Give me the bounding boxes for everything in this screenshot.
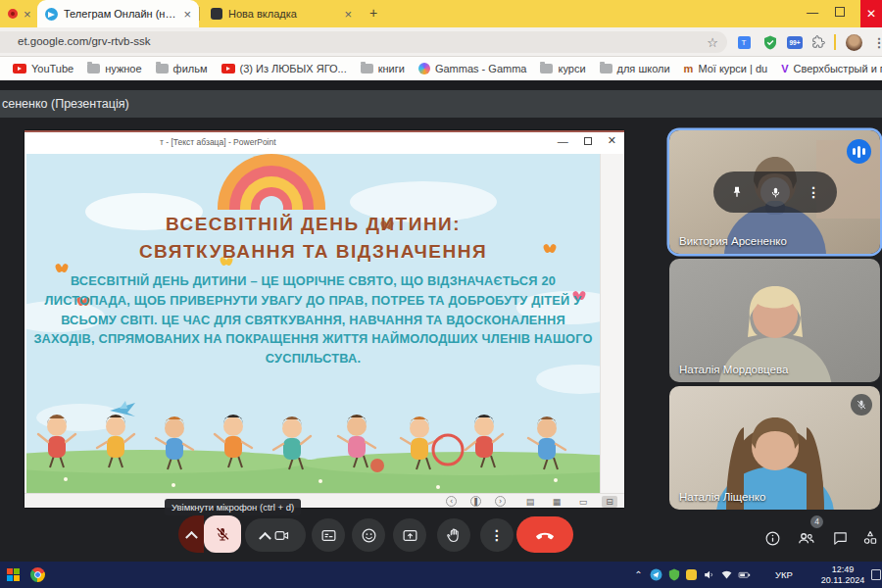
tray-expand-icon[interactable]: ⌃ bbox=[631, 567, 646, 582]
profile-avatar[interactable] bbox=[845, 33, 862, 51]
ppt-next-slide-icon[interactable]: › bbox=[495, 496, 506, 507]
participant-tile[interactable]: Наталія Ліщенко bbox=[669, 386, 880, 510]
bookmark-item[interactable]: нужное bbox=[82, 61, 146, 76]
mic-options-chevron[interactable] bbox=[178, 515, 204, 553]
meeting-info-button[interactable] bbox=[760, 526, 784, 550]
time-text: 12:49 bbox=[813, 564, 872, 575]
folder-icon bbox=[600, 64, 612, 74]
tray-shield-icon[interactable] bbox=[666, 567, 681, 582]
bookmark-item[interactable]: mМої курси | du bbox=[679, 61, 773, 76]
tray-telegram-icon[interactable] bbox=[649, 567, 663, 582]
window-maximize-button[interactable] bbox=[835, 7, 845, 17]
slide-title: ВСЕСВІТНІЙ ДЕНЬ ДИТИНИ: СВЯТКУВАННЯ ТА В… bbox=[26, 211, 600, 265]
folder-icon bbox=[540, 64, 553, 74]
activities-button[interactable] bbox=[858, 526, 882, 550]
reactions-button[interactable] bbox=[352, 518, 385, 552]
ppt-minimize-button[interactable]: — bbox=[558, 135, 568, 147]
ppt-normal-view-icon[interactable]: ▤ bbox=[522, 496, 538, 508]
slide-body-text: ВСЕСВІТНІЙ ДЕНЬ ДИТИНИ – ЦЕ ЩОРІЧНЕ СВЯТ… bbox=[30, 271, 597, 368]
people-button[interactable] bbox=[794, 526, 817, 550]
language-indicator[interactable]: УКР bbox=[775, 569, 793, 580]
date-text: 20.11.2024 bbox=[813, 575, 872, 586]
new-tab-button[interactable]: + bbox=[365, 5, 382, 23]
extensions-puzzle-icon[interactable] bbox=[809, 33, 827, 51]
chat-button[interactable] bbox=[828, 526, 852, 550]
extension-badge-icon[interactable]: 99+ bbox=[786, 33, 804, 51]
bookmark-item[interactable]: Gammas - Gamma bbox=[414, 61, 532, 76]
ppt-scroll-gutter[interactable] bbox=[600, 154, 624, 493]
chrome-taskbar-icon[interactable] bbox=[30, 567, 45, 582]
tile-menu-icon[interactable]: ⋮ bbox=[807, 184, 820, 200]
battery-icon[interactable] bbox=[737, 567, 752, 582]
raise-hand-button[interactable] bbox=[437, 518, 470, 552]
meet-top-strip bbox=[0, 80, 882, 90]
bookmark-item[interactable]: фильм bbox=[151, 61, 213, 76]
bookmark-item[interactable]: YouTube bbox=[8, 61, 78, 76]
ppt-maximize-button[interactable] bbox=[584, 137, 592, 145]
folder-icon bbox=[87, 64, 100, 74]
pin-icon[interactable] bbox=[729, 184, 745, 200]
powerpoint-accent-line bbox=[24, 130, 624, 132]
bookmark-star-icon[interactable]: ☆ bbox=[704, 33, 721, 51]
tray-app-icon[interactable] bbox=[684, 567, 699, 582]
tab-close-icon[interactable]: × bbox=[24, 8, 31, 21]
tab-close-icon[interactable]: × bbox=[183, 8, 191, 21]
youtube-icon bbox=[13, 64, 26, 74]
recording-favicon-icon bbox=[8, 9, 18, 19]
bookmarks-bar: YouTube нужное фильм (3) Из ЛЮБЫХ ЯГО...… bbox=[0, 57, 882, 80]
children-illustration bbox=[26, 399, 600, 493]
translate-icon[interactable]: Т bbox=[735, 33, 753, 51]
present-screen-button[interactable] bbox=[393, 518, 426, 552]
tab-label: Нова вкладка bbox=[228, 8, 338, 20]
window-minimize-button[interactable]: — bbox=[802, 6, 823, 20]
ppt-prev-slide-icon[interactable]: ‹ bbox=[446, 496, 457, 507]
presenter-label: сененко (Презентація) bbox=[2, 97, 129, 111]
taskbar-clock[interactable]: 12:49 20.11.2024 bbox=[813, 564, 872, 586]
bookmark-item[interactable]: курси bbox=[535, 61, 590, 76]
volume-icon[interactable] bbox=[702, 567, 716, 582]
ppt-slideshow-view-icon[interactable]: ⊟ bbox=[602, 496, 617, 508]
tab-telegram[interactable]: Телеграм Онлайн (неофициал × bbox=[37, 0, 199, 27]
camera-options-chevron[interactable] bbox=[259, 531, 271, 544]
tile-mic-icon[interactable] bbox=[760, 177, 790, 207]
tab-new-page[interactable]: Нова вкладка × bbox=[203, 0, 360, 27]
browser-menu-icon[interactable]: ⋮ bbox=[870, 33, 882, 51]
gamma-icon bbox=[418, 63, 430, 74]
bookmark-item[interactable]: книги bbox=[356, 61, 410, 76]
more-options-icon: ⋮ bbox=[490, 527, 504, 543]
unmute-mic-button[interactable] bbox=[204, 515, 241, 553]
youtube-icon bbox=[221, 64, 235, 74]
camera-icon bbox=[273, 527, 290, 544]
participant-name: Наталія Ліщенко bbox=[679, 491, 765, 503]
toolbar-divider bbox=[834, 34, 836, 50]
ppt-sorter-view-icon[interactable]: ▦ bbox=[549, 496, 564, 508]
leave-call-button[interactable] bbox=[516, 516, 573, 553]
participant-tile[interactable]: Наталія Мордовцева bbox=[669, 259, 880, 382]
captions-button[interactable] bbox=[312, 518, 345, 552]
participant-tile[interactable]: ⋮ Виктория Арсененко bbox=[669, 130, 880, 254]
camera-control[interactable] bbox=[245, 518, 306, 552]
tile-hover-controls: ⋮ bbox=[713, 172, 837, 213]
ppt-close-button[interactable]: ✕ bbox=[608, 134, 616, 147]
ppt-menu-icon[interactable]: ❚ bbox=[470, 496, 481, 507]
network-icon[interactable] bbox=[719, 567, 734, 582]
more-options-button[interactable]: ⋮ bbox=[480, 518, 514, 552]
tab-separator bbox=[199, 7, 200, 21]
telegram-favicon-icon bbox=[45, 8, 58, 21]
bookmark-item[interactable]: VСверхбыстрый и п... bbox=[776, 61, 882, 76]
tab-close-icon[interactable]: × bbox=[344, 8, 352, 21]
tab-meet-recording[interactable]: × bbox=[0, 0, 39, 27]
v-logo-icon: V bbox=[781, 63, 788, 74]
ppt-reading-view-icon[interactable]: ▭ bbox=[575, 496, 591, 508]
notification-center-icon[interactable] bbox=[871, 569, 881, 580]
adblock-shield-icon[interactable] bbox=[761, 33, 779, 51]
tab-label: Телеграм Онлайн (неофициал bbox=[64, 8, 177, 20]
url-text[interactable]: et.google.com/grv-rtvb-ssk bbox=[18, 35, 151, 47]
browser-toolbar: et.google.com/grv-rtvb-ssk ☆ Т 99+ ⋮ bbox=[0, 27, 882, 57]
cloud-shape bbox=[536, 365, 600, 394]
bookmark-item[interactable]: (3) Из ЛЮБЫХ ЯГО... bbox=[217, 61, 352, 76]
bookmark-item[interactable]: для школи bbox=[595, 61, 675, 76]
window-close-button[interactable]: ✕ bbox=[860, 0, 882, 27]
start-button[interactable] bbox=[7, 568, 20, 581]
folder-icon bbox=[156, 64, 169, 74]
